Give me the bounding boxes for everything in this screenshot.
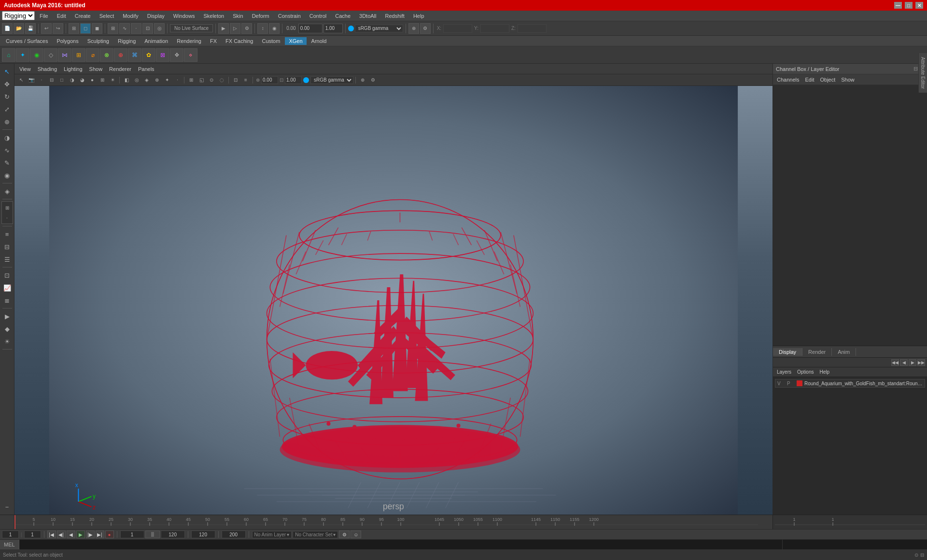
hypershade-btn[interactable]: ◆ xyxy=(1,323,13,335)
vp-gamma-input[interactable] xyxy=(285,76,302,84)
render-settings-btn[interactable]: ⚙ xyxy=(241,23,252,34)
cb-float-icon[interactable]: ⊟ xyxy=(913,66,918,72)
shelf-tool13-btn[interactable]: ❖ xyxy=(170,48,183,62)
menu-control[interactable]: Control xyxy=(306,12,330,20)
rotate-tool-btn[interactable]: ↻ xyxy=(1,91,13,102)
shelf-patch-btn[interactable]: ◇ xyxy=(44,48,57,62)
snap-grid-btn[interactable]: ⊞ xyxy=(108,23,118,34)
input-value-field[interactable] xyxy=(298,24,323,33)
maximize-button[interactable]: □ xyxy=(905,2,913,9)
module-fx-caching[interactable]: FX Caching xyxy=(222,37,257,45)
vp-ao-btn[interactable]: ◎ xyxy=(132,76,141,84)
menu-redshift[interactable]: Redshift xyxy=(381,12,408,20)
graph-editor-btn[interactable]: 📈 xyxy=(1,282,13,294)
shelf-brush-btn[interactable]: ⌀ xyxy=(86,48,99,62)
vp-dof-btn[interactable]: ◈ xyxy=(142,76,152,84)
vp-mesh-btn[interactable]: ⊟ xyxy=(47,76,56,84)
vp-cam-btn[interactable]: 📷 xyxy=(27,76,36,84)
curve-tool-btn[interactable]: ∿ xyxy=(1,144,13,156)
shelf-home-btn[interactable]: ⌂ xyxy=(2,48,15,62)
workspace-selector[interactable]: Rigging xyxy=(2,11,35,20)
color-space-select[interactable]: sRGB gamma xyxy=(355,25,403,32)
menu-help[interactable]: Help xyxy=(409,12,428,20)
vp-colorspace-select[interactable]: sRGB gamma xyxy=(310,76,353,84)
vp-vp2-btn[interactable]: ⊕ xyxy=(358,76,367,84)
vp-menu-view[interactable]: View xyxy=(16,66,34,72)
vp-aa-btn[interactable]: ⋅ xyxy=(172,76,182,84)
render-btn[interactable]: ▶ xyxy=(218,23,229,34)
auto-key-btn[interactable]: ● xyxy=(105,531,114,538)
live-surface-button[interactable]: No Live Surface xyxy=(170,24,213,32)
anim-layer-selector[interactable]: No Anim Layer ▾ xyxy=(252,531,292,538)
snap-to-grid-btn[interactable]: ⊞ xyxy=(2,203,12,212)
viewport-canvas[interactable]: persp y z x xyxy=(14,86,772,515)
cb-menu-channels[interactable]: Channels xyxy=(775,77,801,83)
module-curves-surfaces[interactable]: Curves / Surfaces xyxy=(2,37,52,45)
shelf-paint-btn[interactable]: ⊗ xyxy=(100,48,113,62)
vp-shade3-btn[interactable]: ● xyxy=(87,76,97,84)
play-fwd-btn[interactable]: ▶ xyxy=(76,531,85,538)
attr-editor-btn[interactable]: ⊟ xyxy=(1,241,13,252)
module-animation[interactable]: Animation xyxy=(140,37,172,45)
shelf-tool12-btn[interactable]: ⊠ xyxy=(156,48,169,62)
shelf-desc-btn[interactable]: ◉ xyxy=(30,48,43,62)
module-rendering[interactable]: Rendering xyxy=(173,37,205,45)
new-scene-btn[interactable]: 📄 xyxy=(2,23,13,34)
shelf-guide-btn[interactable]: ⊞ xyxy=(72,48,85,62)
vp-pts-btn[interactable]: · xyxy=(37,76,46,84)
move-tool-btn[interactable]: ✥ xyxy=(1,78,13,90)
step-back-btn[interactable]: ◀| xyxy=(57,531,66,538)
outliner-btn[interactable]: ≡ xyxy=(1,228,13,240)
open-btn[interactable]: 📂 xyxy=(14,23,24,34)
range-end-input[interactable] xyxy=(161,531,185,538)
go-end-btn[interactable]: ▶| xyxy=(96,531,104,538)
redo-btn[interactable]: ↪ xyxy=(53,23,63,34)
select-by-hierarchy-btn[interactable]: ⊞ xyxy=(69,23,79,34)
menu-select[interactable]: Select xyxy=(96,12,118,20)
attribute-editor-tab[interactable]: Attribute Editor xyxy=(918,53,927,93)
vp-settings2-btn[interactable]: ⚙ xyxy=(368,76,378,84)
layer-prev2-btn[interactable]: ◀ xyxy=(900,359,908,366)
vp-shadow-btn[interactable]: ◧ xyxy=(122,76,131,84)
playback-end-input[interactable] xyxy=(222,531,246,538)
vp-menu-panels[interactable]: Panels xyxy=(135,66,157,72)
select-obj-btn[interactable]: ◻ xyxy=(80,23,91,34)
y-coord-input[interactable] xyxy=(480,24,509,33)
menu-cache[interactable]: Cache xyxy=(331,12,354,20)
paint-tool-btn[interactable]: ◉ xyxy=(1,169,13,181)
vp-alpha-input[interactable] xyxy=(261,76,278,84)
snap-point-btn[interactable]: · xyxy=(131,23,141,34)
soft-mod-btn[interactable]: ◑ xyxy=(1,132,13,143)
layer-prev-btn[interactable]: ◀◀ xyxy=(891,359,899,366)
menu-edit[interactable]: Edit xyxy=(53,12,70,20)
char-set-selector[interactable]: No Character Set ▾ xyxy=(293,531,338,538)
cb-menu-edit[interactable]: Edit xyxy=(803,77,816,83)
module-rigging[interactable]: Rigging xyxy=(114,37,140,45)
select-component-btn[interactable]: ◼ xyxy=(92,23,102,34)
snap-view-btn[interactable]: ◎ xyxy=(154,23,165,34)
undo-btn[interactable]: ↩ xyxy=(41,23,52,34)
rbt-render-tab[interactable]: Render xyxy=(802,348,832,356)
cb-menu-show[interactable]: Show xyxy=(839,77,857,83)
vp-xray-btn[interactable]: ◌ xyxy=(217,76,226,84)
save-btn[interactable]: 💾 xyxy=(25,23,36,34)
snap-to-pt-btn[interactable]: · xyxy=(2,213,12,223)
vp-menu-shading[interactable]: Shading xyxy=(35,66,60,72)
shelf-xgen-btn[interactable]: ✦ xyxy=(16,48,29,62)
shelf-tool9-btn[interactable]: ⊕ xyxy=(114,48,127,62)
window-controls[interactable]: — □ ✕ xyxy=(894,2,923,9)
shelf-tool11-btn[interactable]: ✿ xyxy=(142,48,155,62)
menu-create[interactable]: Create xyxy=(71,12,95,20)
menu-skin[interactable]: Skin xyxy=(229,12,247,20)
shelf-wires-btn[interactable]: ⋈ xyxy=(58,48,71,62)
vp-select-btn[interactable]: ↖ xyxy=(16,76,26,84)
vp-light-btn[interactable]: ☀ xyxy=(108,76,117,84)
play-back-btn[interactable]: ◀ xyxy=(67,531,75,538)
playback-prefs-btn[interactable]: ⚙ xyxy=(339,531,350,538)
vp-isolate-btn[interactable]: ⊙ xyxy=(207,76,216,84)
input-value-field2[interactable] xyxy=(323,24,343,33)
module-sculpting[interactable]: Sculpting xyxy=(84,37,113,45)
rbt-display-tab[interactable]: Display xyxy=(773,348,802,356)
go-start-btn[interactable]: |◀ xyxy=(47,531,56,538)
vp-sm-btn[interactable]: ≡ xyxy=(241,76,251,84)
